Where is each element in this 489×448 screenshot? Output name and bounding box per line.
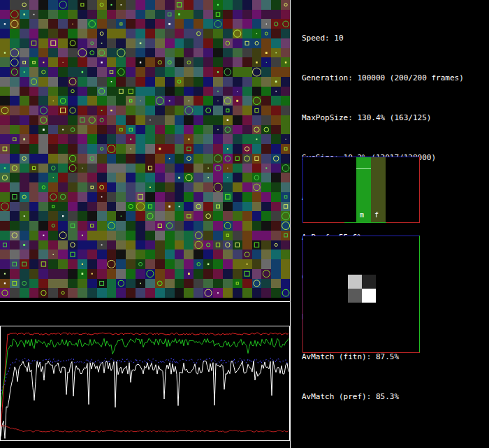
- match-border-right: [419, 236, 420, 353]
- match-border-top: [302, 236, 420, 236]
- time-series-canvas: [1, 326, 289, 440]
- sex-marker-line: [356, 168, 371, 169]
- sex-border-bottom-accent: [344, 222, 386, 223]
- world-grid-canvas: [0, 0, 291, 298]
- matrix-cell-tr: [362, 275, 376, 289]
- sex-label-f: f: [374, 212, 379, 219]
- sex-border-top: [302, 157, 420, 157]
- match-matrix-panel: [302, 236, 420, 353]
- matrix-cell-br: [362, 289, 376, 303]
- sex-label-m: m: [360, 212, 364, 219]
- separator-vertical: [290, 0, 291, 448]
- sex-ratio-panel: m f: [302, 157, 420, 223]
- stat-avmatch-pref: AvMatch (pref): 85.3%: [302, 390, 483, 403]
- matrix-cell-tl: [348, 275, 362, 289]
- stat-speed: Speed: 10: [302, 31, 483, 45]
- stat-maxpopsize: MaxPopSize: 130.4% (163/125): [302, 111, 483, 124]
- separator-horizontal: [0, 301, 290, 302]
- match-border-left: [302, 236, 303, 353]
- time-series-plot: [0, 326, 290, 441]
- sex-border-right: [419, 157, 420, 223]
- match-border-bottom: [302, 352, 420, 353]
- matrix-cell-bl: [348, 289, 362, 303]
- sex-border-left: [302, 157, 303, 223]
- stat-generation: Generation: 100000 (200/200 frames): [302, 71, 483, 85]
